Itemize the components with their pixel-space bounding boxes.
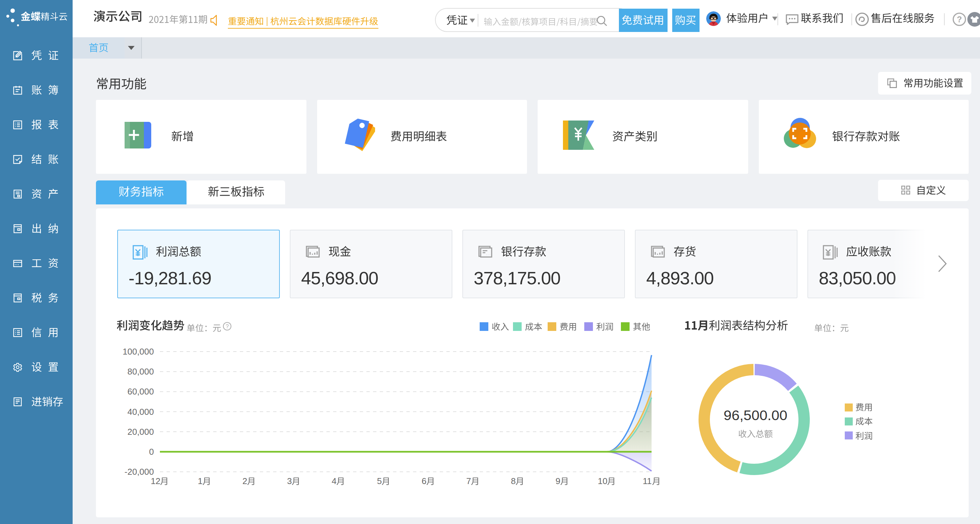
svg-text:?: ?	[226, 323, 229, 330]
svg-text:60,000: 60,000	[127, 386, 154, 397]
svg-text:20,000: 20,000	[127, 427, 154, 437]
svg-text:?: ?	[956, 15, 961, 24]
svg-text:40,000: 40,000	[127, 407, 154, 417]
svg-text:80,000: 80,000	[127, 367, 154, 376]
svg-text:100,000: 100,000	[123, 346, 154, 357]
svg-text:-20,000: -20,000	[124, 467, 154, 477]
svg-text:0: 0	[149, 447, 154, 457]
